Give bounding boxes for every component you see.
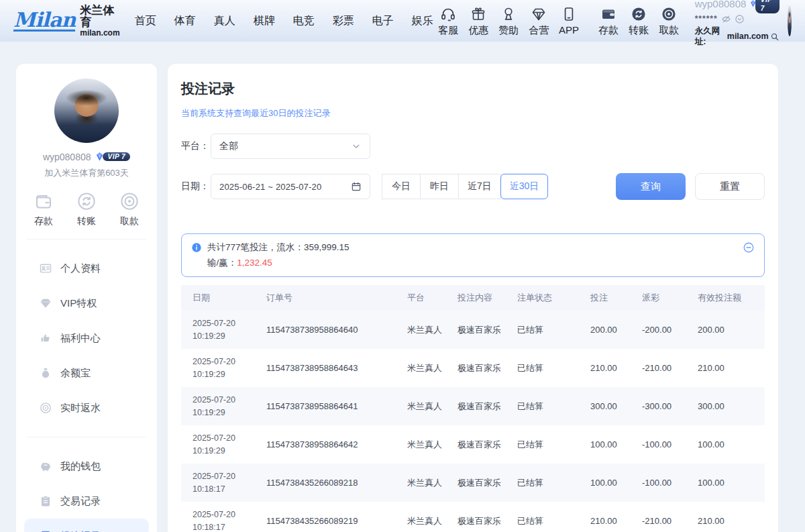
header-action[interactable]: 赞助 [494,5,524,37]
refresh-balance-icon[interactable] [735,14,745,24]
cell-order-number: 1154738738958864643 [266,363,407,373]
brand-domain: milan.com [80,29,119,38]
quick-date-button[interactable]: 近7日 [458,174,501,199]
top-header: Milan 米兰体育 milan.com 首页体育真人棋牌电竞彩票电子娱乐 客服… [0,0,805,42]
wallet-action[interactable]: 转账 [624,5,654,37]
nav-item[interactable]: 首页 [135,14,156,28]
cell-payout: -200.00 [642,325,698,335]
cell-bet-amount: 210.00 [590,363,642,373]
cell-order-number: 1154738738958864642 [266,439,407,449]
table-header-cell: 派彩 [642,292,698,304]
nav-item[interactable]: 电子 [372,14,394,28]
info-icon [191,242,202,253]
quick-action-label: 存款 [34,215,53,227]
nav-item[interactable]: 彩票 [333,14,354,28]
cell-bet-content: 极速百家乐 [458,401,517,413]
wallet-action[interactable]: 存款 [594,5,624,37]
cell-bet-content: 极速百家乐 [458,324,517,336]
avatar[interactable] [788,5,792,36]
sidebar-menu-item[interactable]: 余额宝 [24,356,149,390]
table-row: 2025-07-2010:19:29 1154738738958864640 米… [181,311,765,349]
header-action-label: APP [559,24,579,36]
avatar[interactable] [54,78,119,143]
transfer-outline-icon [76,191,97,211]
cell-date: 2025-07-2010:19:29 [193,317,266,341]
table-row: 2025-07-2010:19:29 1154738738958864642 米… [181,425,765,464]
query-button[interactable]: 查询 [616,173,686,200]
eye-off-icon[interactable] [721,14,731,24]
quick-date-button[interactable]: 今日 [382,174,421,199]
user-info: wyp080808 VIP 7 ****** 永久网址: milan.com [695,0,780,47]
table-row: 2025-07-2010:18:17 1154738435266089218 米… [181,464,765,502]
sidebar-menu-item[interactable]: 个人资料 [24,251,149,286]
collapse-icon[interactable] [743,242,755,254]
deposit-dark-icon [600,5,617,23]
cell-bet-content: 极速百家乐 [458,362,517,374]
cell-date: 2025-07-2010:18:17 [193,470,266,494]
cell-date: 2025-07-2010:19:29 [193,432,266,456]
partner-icon [530,5,547,23]
vip-level-label: VIP 7 [755,0,780,13]
quick-date-group: 今日昨日近7日近30日 [382,174,548,199]
cell-date: 2025-07-2010:18:17 [193,509,266,532]
summary-winloss-prefix: 输/赢： [207,258,237,268]
header-action[interactable]: 合营 [524,5,554,37]
cell-valid-bet: 100.00 [698,439,765,449]
date-range-input[interactable]: 2025-06-21 ~ 2025-07-20 [211,174,370,199]
nav-item[interactable]: 娱乐 [412,14,433,28]
header-action[interactable]: 优惠 [464,5,494,37]
divider [27,437,146,437]
header-action[interactable]: 客服 [433,5,464,37]
gem-icon [39,297,52,310]
brand-logo-script: Milan [13,11,75,32]
sidebar: wyp080808 VIP 7 加入米兰体育第603天 存款 转账 取款 [16,64,157,532]
vip-badge: VIP 7 [94,151,131,162]
brand-logo[interactable]: Milan 米兰体育 milan.com [13,5,120,37]
nav-item[interactable]: 电竞 [293,14,315,28]
table-header-cell: 日期 [193,292,266,304]
sidebar-menu-item[interactable]: 我的钱包 [24,449,149,484]
cell-order-number: 1154738435266089219 [266,516,407,526]
sidebar-quick-action[interactable]: 取款 [119,191,140,227]
username: wyp080808 [695,0,747,11]
cell-platform: 米兰真人 [407,515,458,527]
nav-item[interactable]: 棋牌 [254,14,275,28]
sidebar-menu-item[interactable]: 投注记录 [24,519,149,532]
cell-date: 2025-07-2010:19:29 [193,356,266,380]
sidebar-menu-item[interactable]: 实时返水 [24,390,149,425]
platform-selected-value: 全部 [219,140,238,152]
magnifier-icon[interactable] [770,32,780,41]
menu-item-label: VIP特权 [60,297,97,310]
app-icon [560,5,578,23]
reset-button[interactable]: 重置 [695,173,765,200]
nav-item[interactable]: 体育 [174,14,196,28]
divider [27,239,146,240]
cell-payout: -300.00 [642,401,698,411]
header-action-label: 赞助 [498,24,519,37]
menu-item-label: 个人资料 [60,262,101,275]
table-header-cell: 注单状态 [517,292,590,304]
gift-icon [470,5,487,23]
wallet-action-label: 取款 [659,24,679,37]
sidebar-quick-action[interactable]: 存款 [34,191,54,227]
header-action[interactable]: APP [554,5,584,37]
nav-item[interactable]: 真人 [214,14,235,28]
quick-date-button[interactable]: 昨日 [420,174,459,199]
page-title: 投注记录 [181,64,765,98]
header-action-label: 优惠 [468,24,488,37]
wallet-action[interactable]: 取款 [654,5,684,37]
date-filter-row: 日期： 2025-06-21 ~ 2025-07-20 今日昨日近7日近30日 … [181,173,765,200]
cell-bet-amount: 100.00 [590,439,642,449]
calendar-icon [351,181,362,192]
sidebar-quick-action[interactable]: 转账 [76,191,97,227]
wallet-outline-icon [34,191,54,211]
sidebar-menu-item[interactable]: 福利中心 [24,321,149,356]
cell-bet-content: 极速百家乐 [458,515,517,527]
quick-date-button[interactable]: 近30日 [500,174,549,199]
main-nav: 首页体育真人棋牌电竞彩票电子娱乐 [135,14,433,28]
platform-select[interactable]: 全部 [211,134,370,159]
sidebar-menu-item[interactable]: VIP特权 [24,286,149,321]
cell-payout: -100.00 [642,478,698,488]
sidebar-menu-item[interactable]: 交易记录 [24,484,149,519]
header-quick-links: 客服 优惠 赞助 合营 APP [433,5,584,37]
